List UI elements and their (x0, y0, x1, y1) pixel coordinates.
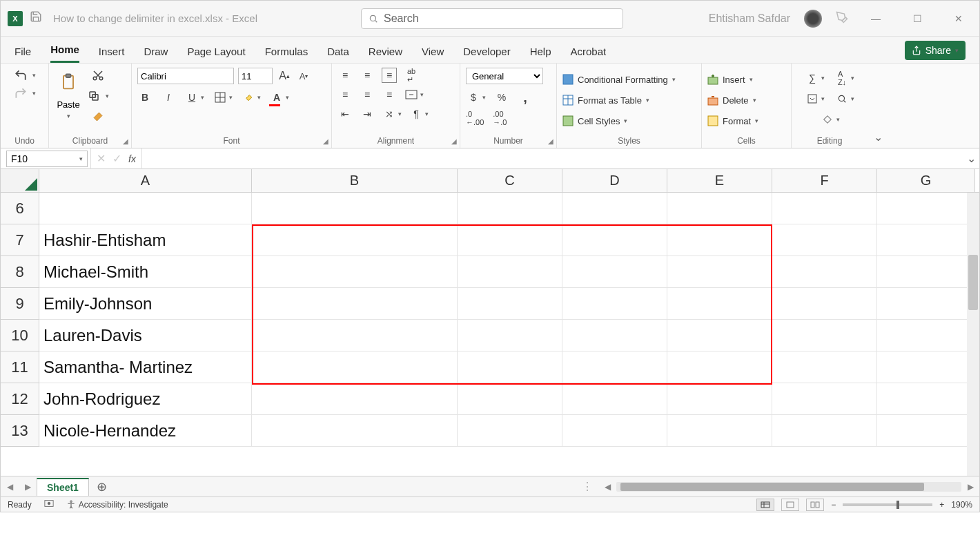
user-avatar[interactable] (804, 10, 822, 28)
save-icon[interactable] (30, 10, 42, 26)
cell[interactable]: Hashir-Ehtisham (39, 224, 252, 256)
tab-file[interactable]: File (14, 46, 31, 63)
cell[interactable] (458, 224, 562, 256)
close-button[interactable]: ✕ (945, 13, 972, 24)
cell[interactable] (667, 320, 772, 351)
comma-icon[interactable]: , (518, 90, 533, 105)
zoom-in-button[interactable]: + (939, 500, 944, 510)
increase-decimal-icon[interactable]: .0←.00 (466, 110, 484, 126)
hscroll-right[interactable]: ▶ (961, 482, 979, 492)
cell[interactable] (458, 351, 562, 383)
cell[interactable]: Michael-Smith (39, 256, 252, 288)
paste-button[interactable] (55, 68, 82, 97)
tab-review[interactable]: Review (369, 46, 402, 63)
insert-cells-button[interactable]: Insert▾ (707, 70, 753, 88)
cell[interactable] (877, 415, 975, 447)
cell[interactable] (667, 256, 772, 288)
undo-button[interactable] (13, 68, 28, 83)
cell[interactable]: Samantha- Martinez (39, 351, 252, 383)
cell[interactable] (772, 383, 877, 415)
normal-view-button[interactable] (756, 499, 774, 511)
column-header-C[interactable]: C (458, 169, 562, 192)
cell[interactable] (562, 193, 667, 224)
cell[interactable] (667, 415, 772, 447)
fx-icon[interactable]: fx (128, 153, 136, 164)
select-all-triangle[interactable] (1, 169, 39, 192)
formula-input[interactable] (142, 151, 963, 167)
tab-acrobat[interactable]: Acrobat (571, 46, 607, 63)
enter-formula-icon[interactable]: ✓ (112, 152, 121, 165)
minimize-button[interactable]: — (862, 13, 890, 24)
cell[interactable] (252, 224, 458, 256)
cell[interactable]: Lauren-Davis (39, 320, 252, 351)
zoom-slider[interactable] (843, 503, 932, 506)
pen-icon[interactable] (836, 11, 848, 26)
cell[interactable] (667, 224, 772, 256)
cell[interactable] (772, 224, 877, 256)
percent-icon[interactable]: % (494, 90, 509, 105)
tab-insert[interactable]: Insert (99, 46, 125, 63)
clear-icon[interactable] (820, 112, 835, 127)
format-cells-button[interactable]: Format▾ (707, 112, 758, 130)
number-format-select[interactable]: General (466, 68, 543, 84)
merge-center-icon[interactable] (404, 87, 419, 102)
collapse-ribbon-button[interactable]: ⌄ (868, 64, 888, 148)
cancel-formula-icon[interactable]: ✕ (97, 152, 106, 165)
align-top-icon[interactable]: ≡ (337, 68, 353, 83)
tab-draw[interactable]: Draw (144, 46, 168, 63)
cell[interactable] (458, 193, 562, 224)
cell[interactable] (772, 415, 877, 447)
zoom-out-button[interactable]: − (831, 500, 836, 510)
font-dialog-launcher[interactable]: ◢ (323, 137, 329, 145)
column-header-F[interactable]: F (772, 169, 877, 192)
row-header[interactable]: 8 (1, 256, 39, 288)
share-button[interactable]: Share ▾ (905, 41, 966, 60)
cell[interactable] (252, 320, 458, 351)
column-header-A[interactable]: A (39, 169, 252, 192)
sort-filter-icon[interactable]: AZ↓ (834, 70, 850, 86)
font-name-input[interactable] (137, 68, 234, 84)
expand-formula-bar[interactable]: ⌄ (963, 152, 979, 165)
cell[interactable] (252, 256, 458, 288)
cell[interactable] (772, 256, 877, 288)
align-left-icon[interactable]: ≡ (337, 87, 353, 102)
cell[interactable] (252, 415, 458, 447)
clipboard-dialog-launcher[interactable]: ◢ (123, 137, 128, 145)
cell[interactable] (458, 415, 562, 447)
find-select-icon[interactable] (834, 91, 850, 106)
row-header[interactable]: 13 (1, 415, 39, 447)
add-sheet-button[interactable]: ⊕ (93, 478, 111, 496)
cell-styles-button[interactable]: Cell Styles▾ (562, 112, 627, 130)
increase-indent-icon[interactable]: ⇥ (360, 106, 375, 122)
cell[interactable] (562, 351, 667, 383)
cell[interactable] (877, 224, 975, 256)
column-header-B[interactable]: B (252, 169, 458, 192)
font-size-input[interactable] (238, 68, 273, 84)
cell[interactable] (458, 288, 562, 320)
row-header[interactable]: 7 (1, 224, 39, 256)
align-bottom-icon[interactable]: ≡ (382, 68, 397, 83)
row-header[interactable]: 10 (1, 320, 39, 351)
align-middle-icon[interactable]: ≡ (360, 68, 375, 83)
cell[interactable] (877, 288, 975, 320)
cell[interactable] (458, 383, 562, 415)
bold-button[interactable]: B (137, 90, 153, 105)
fill-color-button[interactable] (241, 90, 256, 105)
tab-home[interactable]: Home (50, 44, 79, 63)
cell[interactable] (252, 288, 458, 320)
cell[interactable] (252, 383, 458, 415)
cell[interactable] (458, 320, 562, 351)
column-header-G[interactable]: G (877, 169, 975, 192)
tab-data[interactable]: Data (327, 46, 349, 63)
row-header[interactable]: 12 (1, 383, 39, 415)
increase-font-icon[interactable]: A▴ (277, 68, 292, 84)
orientation-icon[interactable]: ⤭ (382, 106, 397, 122)
cell[interactable] (772, 320, 877, 351)
cell[interactable] (562, 256, 667, 288)
maximize-button[interactable]: ☐ (903, 13, 931, 24)
cell[interactable] (877, 256, 975, 288)
align-center-icon[interactable]: ≡ (360, 87, 375, 102)
page-break-view-button[interactable] (806, 499, 824, 511)
cell[interactable] (667, 193, 772, 224)
cell[interactable] (772, 193, 877, 224)
